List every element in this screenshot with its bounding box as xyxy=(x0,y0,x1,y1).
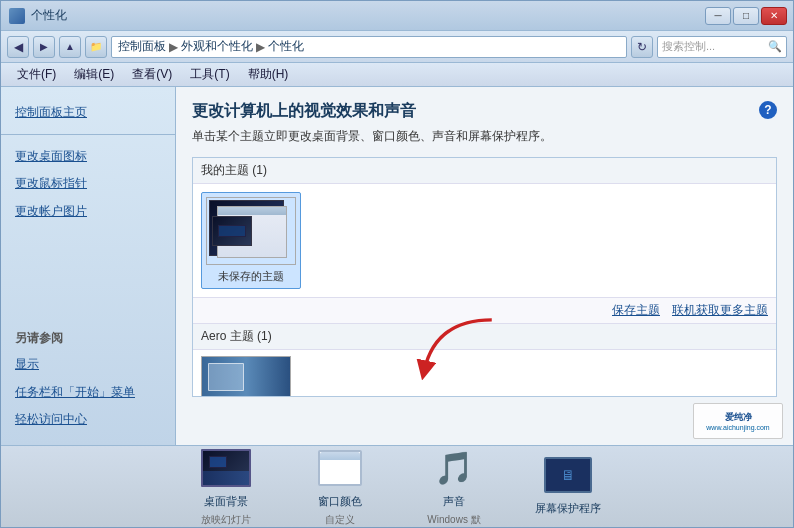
search-placeholder: 搜索控制... xyxy=(662,39,715,54)
menu-tools[interactable]: 工具(T) xyxy=(182,64,237,85)
breadcrumb-part1: 控制面板 xyxy=(118,38,166,55)
up-button[interactable]: ▲ xyxy=(59,36,81,58)
menu-file[interactable]: 文件(F) xyxy=(9,64,64,85)
tool-sublabel-sound: Windows 默 xyxy=(427,513,480,527)
theme-panel[interactable]: 我的主题 (1) xyxy=(192,157,777,397)
watermark: 爱纯净 www.aichunjing.com xyxy=(693,403,783,439)
window-icon-shape xyxy=(318,450,362,486)
aero-items xyxy=(193,350,776,397)
menu-help[interactable]: 帮助(H) xyxy=(240,64,297,85)
desktop-bg-icon xyxy=(200,446,252,490)
sidebar-item-home[interactable]: 控制面板主页 xyxy=(1,99,175,126)
breadcrumb-sep1: ▶ xyxy=(169,40,178,54)
breadcrumb-part2: 外观和个性化 xyxy=(181,38,253,55)
tool-item-desktop-bg[interactable]: 桌面背景 放映幻灯片 xyxy=(181,446,271,527)
tool-label-desktop-bg: 桌面背景 xyxy=(204,494,248,509)
sidebar-divider-1 xyxy=(1,134,175,135)
tool-label-screen-saver: 屏幕保护程序 xyxy=(535,501,601,516)
window-icon xyxy=(9,8,25,24)
save-theme-link[interactable]: 保存主题 xyxy=(612,302,660,319)
tool-sublabel-window-color: 自定义 xyxy=(325,513,355,527)
back-button[interactable]: ◀ xyxy=(7,36,29,58)
title-bar: 个性化 ─ □ ✕ xyxy=(1,1,793,31)
content-area: ? 更改计算机上的视觉效果和声音 单击某个主题立即更改桌面背景、窗口颜色、声音和… xyxy=(176,87,793,445)
sound-icon: 🎵 xyxy=(428,446,480,490)
bottom-toolbar: 桌面背景 放映幻灯片 窗口颜色 自定义 🎵 声音 Windows 默 xyxy=(1,445,793,527)
theme-panel-footer: 保存主题 联机获取更多主题 xyxy=(193,297,776,323)
theme-thumbnail-unsaved xyxy=(206,197,296,265)
window-controls: ─ □ ✕ xyxy=(705,7,787,25)
menu-bar: 文件(F) 编辑(E) 查看(V) 工具(T) 帮助(H) xyxy=(1,63,793,87)
menu-view[interactable]: 查看(V) xyxy=(124,64,180,85)
window-color-icon xyxy=(314,446,366,490)
sidebar-item-taskbar[interactable]: 任务栏和「开始」菜单 xyxy=(1,379,175,406)
tool-item-window-color[interactable]: 窗口颜色 自定义 xyxy=(295,446,385,527)
window-title: 个性化 xyxy=(31,7,67,24)
sidebar-item-display[interactable]: 显示 xyxy=(1,351,175,378)
tool-sublabel-desktop-bg: 放映幻灯片 xyxy=(201,513,251,527)
theme-items: 未保存的主题 xyxy=(193,184,776,297)
page-title: 更改计算机上的视觉效果和声音 xyxy=(192,101,777,122)
aero-theme-item[interactable] xyxy=(201,356,291,397)
tool-item-sound[interactable]: 🎵 声音 Windows 默 xyxy=(409,446,499,527)
screen-saver-icon: 🖥 xyxy=(542,453,594,497)
tool-item-screen-saver[interactable]: 🖥 屏幕保护程序 xyxy=(523,453,613,520)
tool-label-sound: 声音 xyxy=(443,494,465,509)
search-icon: 🔍 xyxy=(768,40,782,53)
sidebar-section-title: 另请参阅 xyxy=(1,316,175,351)
sidebar: 控制面板主页 更改桌面图标 更改鼠标指针 更改帐户图片 另请参阅 显示 任务栏和… xyxy=(1,87,176,445)
minimize-button[interactable]: ─ xyxy=(705,7,731,25)
menu-edit[interactable]: 编辑(E) xyxy=(66,64,122,85)
main-area: 控制面板主页 更改桌面图标 更改鼠标指针 更改帐户图片 另请参阅 显示 任务栏和… xyxy=(1,87,793,445)
sidebar-item-mouse-pointer[interactable]: 更改鼠标指针 xyxy=(1,170,175,197)
search-bar[interactable]: 搜索控制... 🔍 xyxy=(657,36,787,58)
title-bar-left: 个性化 xyxy=(9,7,67,24)
window-titlebar-shape xyxy=(320,452,360,460)
breadcrumb-part3: 个性化 xyxy=(268,38,304,55)
screen-shape: 🖥 xyxy=(544,457,592,493)
tool-label-window-color: 窗口颜色 xyxy=(318,494,362,509)
refresh-button[interactable]: ↻ xyxy=(631,36,653,58)
sidebar-item-ease-of-access[interactable]: 轻松访问中心 xyxy=(1,406,175,433)
forward-button[interactable]: ▶ xyxy=(33,36,55,58)
theme-item-unsaved[interactable]: 未保存的主题 xyxy=(201,192,301,289)
main-window: 个性化 ─ □ ✕ ◀ ▶ ▲ 📁 控制面板 ▶ 外观和个性化 ▶ 个性化 ↻ … xyxy=(0,0,794,528)
sidebar-item-account-picture[interactable]: 更改帐户图片 xyxy=(1,198,175,225)
theme-item-label-unsaved: 未保存的主题 xyxy=(218,269,284,284)
watermark-url: www.aichunjing.com xyxy=(706,424,769,431)
close-button[interactable]: ✕ xyxy=(761,7,787,25)
theme-thumb-stack xyxy=(207,198,296,265)
get-more-themes-link[interactable]: 联机获取更多主题 xyxy=(672,302,768,319)
aero-themes-label: Aero 主题 (1) xyxy=(193,323,776,350)
my-themes-label: 我的主题 (1) xyxy=(193,158,776,184)
sidebar-item-desktop-icons[interactable]: 更改桌面图标 xyxy=(1,143,175,170)
help-icon[interactable]: ? xyxy=(759,101,777,119)
address-bar: ◀ ▶ ▲ 📁 控制面板 ▶ 外观和个性化 ▶ 个性化 ↻ 搜索控制... 🔍 xyxy=(1,31,793,63)
breadcrumb[interactable]: 控制面板 ▶ 外观和个性化 ▶ 个性化 xyxy=(111,36,627,58)
aero-thumb xyxy=(201,356,291,397)
breadcrumb-sep2: ▶ xyxy=(256,40,265,54)
folder-icon: 📁 xyxy=(85,36,107,58)
content-description: 单击某个主题立即更改桌面背景、窗口颜色、声音和屏幕保护程序。 xyxy=(192,128,777,145)
watermark-logo: 爱纯净 xyxy=(725,411,752,424)
thumb-mini xyxy=(212,216,252,246)
maximize-button[interactable]: □ xyxy=(733,7,759,25)
